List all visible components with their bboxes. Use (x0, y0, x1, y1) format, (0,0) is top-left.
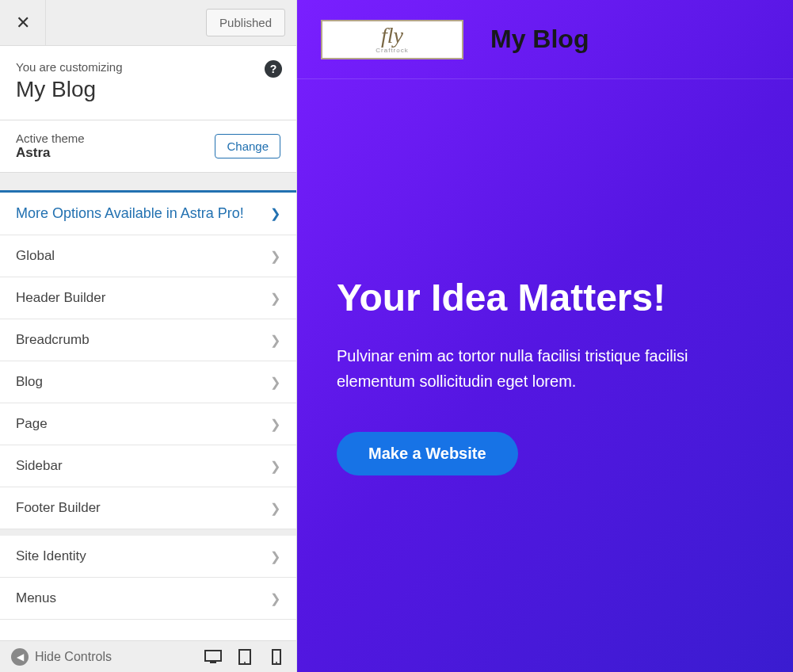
close-icon: ✕ (16, 13, 30, 33)
device-preview-group (204, 648, 285, 666)
cta-button[interactable]: Make a Website (337, 432, 518, 475)
customizing-label: You are customizing (16, 60, 280, 74)
theme-label: Active theme (16, 132, 85, 145)
section-breadcrumb[interactable]: Breadcrumb ❯ (0, 319, 296, 361)
customize-header: You are customizing My Blog ? (0, 46, 296, 120)
section-page[interactable]: Page ❯ (0, 403, 296, 445)
promo-label: More Options Available in Astra Pro! (16, 205, 244, 222)
section-global[interactable]: Global ❯ (0, 235, 296, 277)
preview-pane: fly Craftrock My Blog Your Idea Matters!… (297, 0, 793, 672)
change-theme-button[interactable]: Change (215, 134, 280, 158)
chevron-right-icon: ❯ (270, 501, 280, 516)
hero-section: Your Idea Matters! Pulvinar enim ac tort… (297, 79, 793, 672)
site-title[interactable]: My Blog (490, 25, 589, 54)
section-sidebar[interactable]: Sidebar ❯ (0, 445, 296, 487)
logo-subtitle: Craftrock (376, 47, 408, 54)
bottom-bar: ◀ Hide Controls (0, 640, 296, 672)
chevron-right-icon: ❯ (270, 206, 280, 221)
section-label: Header Builder (16, 290, 105, 306)
section-label: Global (16, 248, 55, 264)
active-theme-block: Active theme Astra Change (0, 120, 296, 173)
hero-title: Your Idea Matters! (337, 276, 753, 319)
help-icon[interactable]: ? (265, 60, 282, 78)
section-label: Sidebar (16, 458, 63, 474)
section-blog[interactable]: Blog ❯ (0, 361, 296, 403)
hide-controls-button[interactable]: ◀ Hide Controls (11, 648, 112, 666)
section-label: Blog (16, 374, 43, 390)
theme-name: Astra (16, 145, 85, 161)
mobile-icon[interactable] (268, 648, 285, 666)
section-header-builder[interactable]: Header Builder ❯ (0, 277, 296, 319)
close-button[interactable]: ✕ (0, 0, 46, 46)
sections-list: More Options Available in Astra Pro! ❯ G… (0, 190, 296, 672)
site-logo[interactable]: fly Craftrock (321, 20, 463, 59)
publish-button[interactable]: Published (206, 9, 285, 36)
site-name: My Blog (16, 77, 280, 102)
astra-pro-promo[interactable]: More Options Available in Astra Pro! ❯ (0, 190, 296, 235)
section-menus[interactable]: Menus ❯ (0, 578, 296, 620)
theme-info: Active theme Astra (16, 132, 85, 161)
spacer (0, 173, 296, 190)
logo-text: fly (381, 25, 403, 47)
section-label: Footer Builder (16, 500, 101, 516)
customizer-panel: ✕ Published You are customizing My Blog … (0, 0, 297, 672)
spacer (0, 529, 296, 536)
desktop-icon[interactable] (204, 648, 222, 666)
top-bar: ✕ Published (0, 0, 296, 46)
section-label: Menus (16, 590, 56, 606)
section-label: Site Identity (16, 548, 86, 564)
chevron-right-icon: ❯ (270, 375, 280, 390)
chevron-right-icon: ❯ (270, 549, 280, 564)
chevron-right-icon: ❯ (270, 291, 280, 306)
section-footer-builder[interactable]: Footer Builder ❯ (0, 487, 296, 529)
section-label: Breadcrumb (16, 332, 90, 348)
hide-controls-label: Hide Controls (35, 650, 112, 664)
chevron-right-icon: ❯ (270, 459, 280, 474)
chevron-right-icon: ❯ (270, 417, 280, 432)
tablet-icon[interactable] (236, 648, 254, 666)
svg-point-5 (276, 662, 277, 663)
chevron-right-icon: ❯ (270, 591, 280, 606)
section-label: Page (16, 416, 48, 432)
collapse-icon: ◀ (11, 648, 29, 666)
svg-rect-1 (210, 662, 216, 663)
section-site-identity[interactable]: Site Identity ❯ (0, 536, 296, 578)
chevron-right-icon: ❯ (270, 249, 280, 264)
hero-text: Pulvinar enim ac tortor nulla facilisi t… (337, 343, 733, 394)
chevron-right-icon: ❯ (270, 333, 280, 348)
svg-rect-0 (205, 651, 221, 661)
preview-header: fly Craftrock My Blog (297, 0, 793, 79)
svg-point-3 (244, 662, 246, 663)
